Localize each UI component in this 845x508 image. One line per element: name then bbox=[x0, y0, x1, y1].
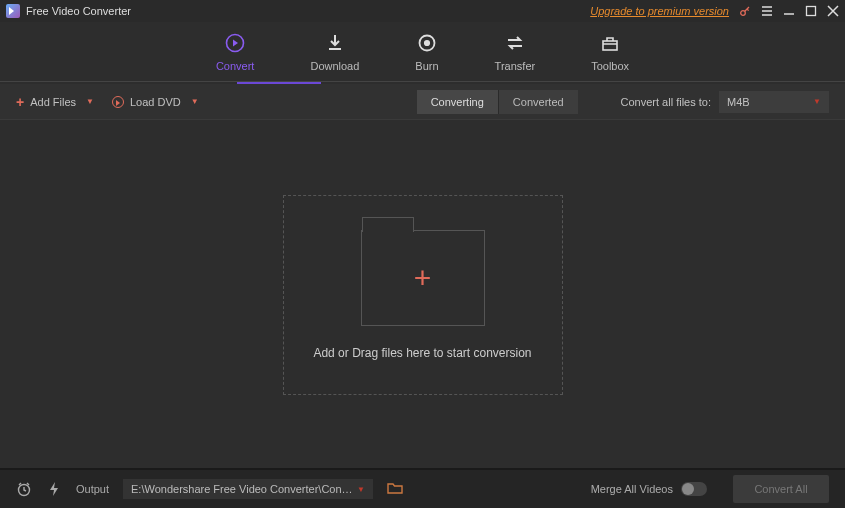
nav-burn[interactable]: Burn bbox=[415, 32, 438, 72]
drop-zone[interactable]: + Add or Drag files here to start conver… bbox=[283, 195, 563, 395]
transfer-icon bbox=[504, 32, 526, 54]
close-icon[interactable] bbox=[827, 5, 839, 17]
add-files-button[interactable]: + Add Files ▼ bbox=[16, 94, 94, 110]
svg-rect-1 bbox=[807, 7, 816, 16]
load-dvd-label: Load DVD bbox=[130, 96, 181, 108]
disc-icon bbox=[112, 96, 124, 108]
toolbox-icon bbox=[599, 32, 621, 54]
key-icon[interactable] bbox=[739, 5, 751, 17]
tab-converted[interactable]: Converted bbox=[498, 90, 578, 114]
svg-point-0 bbox=[741, 11, 746, 16]
flash-icon[interactable] bbox=[46, 481, 62, 497]
tab-converting[interactable]: Converting bbox=[417, 90, 498, 114]
burn-icon bbox=[416, 32, 438, 54]
upgrade-link[interactable]: Upgrade to premium version bbox=[590, 5, 729, 17]
convert-all-button[interactable]: Convert All bbox=[733, 475, 829, 503]
svg-rect-3 bbox=[329, 48, 341, 50]
nav-label: Convert bbox=[216, 60, 255, 72]
chevron-down-icon: ▼ bbox=[357, 485, 365, 494]
merge-toggle[interactable] bbox=[681, 482, 707, 496]
svg-point-5 bbox=[425, 40, 429, 44]
minimize-icon[interactable] bbox=[783, 5, 795, 17]
app-title: Free Video Converter bbox=[26, 5, 131, 17]
output-path-value: E:\Wondershare Free Video Converter\Conv… bbox=[131, 483, 357, 495]
open-folder-icon[interactable] bbox=[387, 481, 403, 497]
output-path-select[interactable]: E:\Wondershare Free Video Converter\Conv… bbox=[123, 479, 373, 499]
output-label: Output bbox=[76, 483, 109, 495]
plus-icon: + bbox=[414, 261, 432, 295]
convert-icon bbox=[224, 32, 246, 54]
convert-all-to-label: Convert all files to: bbox=[621, 96, 711, 108]
top-nav: Convert Download Burn Transfer Toolbox bbox=[0, 22, 845, 82]
nav-toolbox[interactable]: Toolbox bbox=[591, 32, 629, 72]
action-bar: + Add Files ▼ Load DVD ▼ Converting Conv… bbox=[0, 84, 845, 120]
chevron-down-icon: ▼ bbox=[86, 97, 94, 106]
drop-text: Add or Drag files here to start conversi… bbox=[313, 346, 531, 360]
format-select[interactable]: M4B ▼ bbox=[719, 91, 829, 113]
format-value: M4B bbox=[727, 96, 750, 108]
download-icon bbox=[324, 32, 346, 54]
nav-transfer[interactable]: Transfer bbox=[495, 32, 536, 72]
main-area: + Add or Drag files here to start conver… bbox=[0, 120, 845, 470]
clock-icon[interactable] bbox=[16, 481, 32, 497]
nav-label: Download bbox=[310, 60, 359, 72]
chevron-down-icon: ▼ bbox=[813, 97, 821, 106]
plus-icon: + bbox=[16, 94, 24, 110]
maximize-icon[interactable] bbox=[805, 5, 817, 17]
menu-icon[interactable] bbox=[761, 5, 773, 17]
app-logo-icon bbox=[6, 4, 20, 18]
nav-label: Transfer bbox=[495, 60, 536, 72]
nav-download[interactable]: Download bbox=[310, 32, 359, 72]
title-bar: Free Video Converter Upgrade to premium … bbox=[0, 0, 845, 22]
load-dvd-button[interactable]: Load DVD ▼ bbox=[112, 96, 199, 108]
bottom-bar: Output E:\Wondershare Free Video Convert… bbox=[0, 468, 845, 508]
nav-label: Burn bbox=[415, 60, 438, 72]
status-segment: Converting Converted bbox=[417, 90, 578, 114]
folder-icon: + bbox=[361, 230, 485, 326]
add-files-label: Add Files bbox=[30, 96, 76, 108]
nav-label: Toolbox bbox=[591, 60, 629, 72]
chevron-down-icon: ▼ bbox=[191, 97, 199, 106]
svg-rect-6 bbox=[603, 41, 617, 50]
nav-convert[interactable]: Convert bbox=[216, 32, 255, 72]
merge-label: Merge All Videos bbox=[591, 483, 673, 495]
